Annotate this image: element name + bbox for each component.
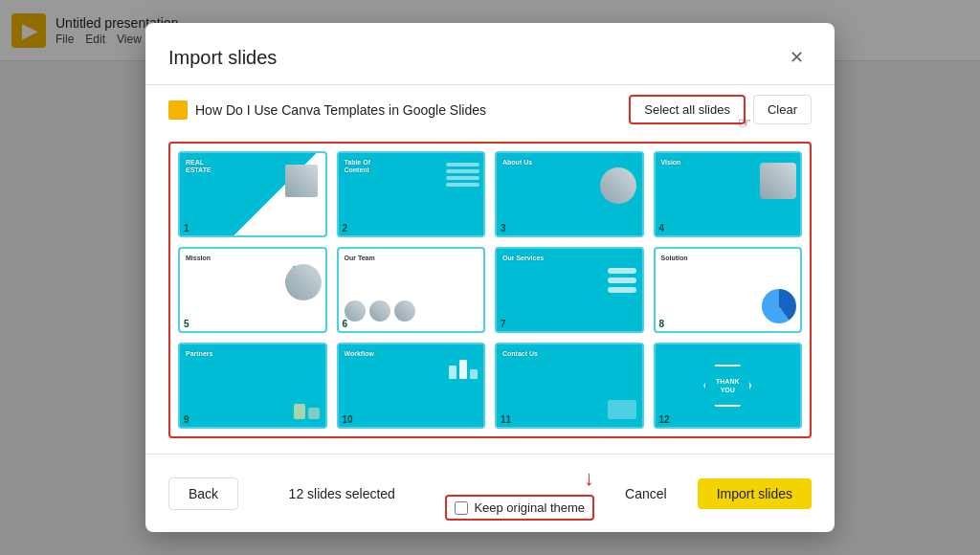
slide-number: 12 <box>659 414 670 425</box>
import-slides-button[interactable]: Import slides <box>698 478 812 509</box>
slide-content: Table OfContent <box>339 153 484 235</box>
slide-number: 8 <box>659 319 665 329</box>
action-buttons: Select all slides Clear <box>629 95 812 124</box>
slide-number: 9 <box>184 414 189 425</box>
source-bar: How Do I Use Canva Templates in Google S… <box>145 85 835 134</box>
slide-number: 3 <box>501 223 506 233</box>
modal-overlay: Import slides ✕ How Do I Use Canva Templ… <box>0 0 980 555</box>
slide-item[interactable]: Contact Us 11 <box>495 343 644 429</box>
clear-button[interactable]: Clear <box>753 95 812 124</box>
slide-content: Mission <box>180 249 325 331</box>
keep-theme-checkbox[interactable] <box>455 501 468 515</box>
slide-item[interactable]: REALESTATE 1 <box>178 151 327 237</box>
slide-item[interactable]: Table OfContent 2 <box>337 151 486 237</box>
slide-item[interactable]: Solution 8 <box>654 247 803 333</box>
slide-content: Workflow <box>339 344 484 427</box>
slide-item[interactable]: Vision 4 <box>654 151 803 237</box>
source-filename: How Do I Use Canva Templates in Google S… <box>195 102 486 118</box>
slide-number: 4 <box>659 223 665 233</box>
slides-grid-container: REALESTATE 1 Table OfContent <box>145 134 835 454</box>
slide-title-label: Our Team <box>345 255 375 262</box>
source-icon <box>168 100 188 120</box>
slide-item[interactable]: About Us 3 <box>495 151 644 237</box>
slide-title-label: Partners <box>186 350 212 358</box>
slide-title-label: Table OfContent <box>345 159 370 175</box>
slide-content: REALESTATE <box>180 153 325 235</box>
slide-title-label: REALESTATE <box>186 159 212 175</box>
arrow-indicator: ↓ <box>584 466 594 491</box>
slide-number: 6 <box>343 319 348 329</box>
slide-title-label: Contact Us <box>502 350 538 358</box>
slide-content: Contact Us <box>497 344 642 427</box>
back-button[interactable]: Back <box>168 477 238 510</box>
footer-right: ↓ Keep original theme Cancel Import slid… <box>445 466 812 521</box>
slide-title-label: Vision <box>661 159 681 166</box>
import-slides-modal: Import slides ✕ How Do I Use Canva Templ… <box>145 23 835 532</box>
slide-title-label: Mission <box>186 255 211 262</box>
select-all-button[interactable]: Select all slides <box>629 95 746 124</box>
modal-header: Import slides ✕ <box>145 23 835 85</box>
slides-selection-border: REALESTATE 1 Table OfContent <box>168 142 812 438</box>
close-button[interactable]: ✕ <box>781 42 812 73</box>
slide-item[interactable]: Workflow 10 <box>337 343 486 429</box>
slide-content: THANKYOU <box>656 344 801 427</box>
slide-content: Our Team <box>339 249 484 331</box>
slides-selected-count: 12 slides selected <box>289 486 395 501</box>
slides-grid: REALESTATE 1 Table OfContent <box>178 151 802 429</box>
footer-left: Back <box>168 477 238 510</box>
slide-number: 1 <box>184 223 189 233</box>
slide-item[interactable]: THANKYOU 12 <box>654 343 803 429</box>
slide-number: 5 <box>184 319 189 329</box>
source-label: How Do I Use Canva Templates in Google S… <box>168 100 486 120</box>
keep-theme-row: Keep original theme <box>445 495 594 521</box>
slide-title-label: Workflow <box>345 350 374 358</box>
modal-title: Import slides <box>168 47 277 69</box>
slide-item[interactable]: Our Team 6 <box>337 247 486 333</box>
slide-item[interactable]: Our Services 7 <box>495 247 644 333</box>
slide-content: Partners <box>180 344 325 427</box>
cancel-button[interactable]: Cancel <box>610 478 682 509</box>
keep-theme-label: Keep original theme <box>474 500 585 515</box>
slide-content: About Us <box>497 153 642 235</box>
slide-content: Solution <box>656 249 801 331</box>
slide-number: 7 <box>501 319 506 329</box>
slide-title-label: About Us <box>502 159 532 166</box>
slide-content: Vision <box>656 153 801 235</box>
slide-number: 11 <box>501 414 511 425</box>
slide-content: Our Services <box>497 249 642 331</box>
keep-theme-wrapper: ↓ Keep original theme <box>445 466 594 521</box>
slide-number: 10 <box>343 414 353 425</box>
slide-item[interactable]: Partners 9 <box>178 343 327 429</box>
slide-number: 2 <box>343 223 348 233</box>
modal-footer: Back 12 slides selected ↓ Keep original … <box>145 454 835 532</box>
slide-title-label: Solution <box>661 255 688 262</box>
slide-item[interactable]: Mission 5 <box>178 247 327 333</box>
slide-title-label: Our Services <box>502 255 544 262</box>
